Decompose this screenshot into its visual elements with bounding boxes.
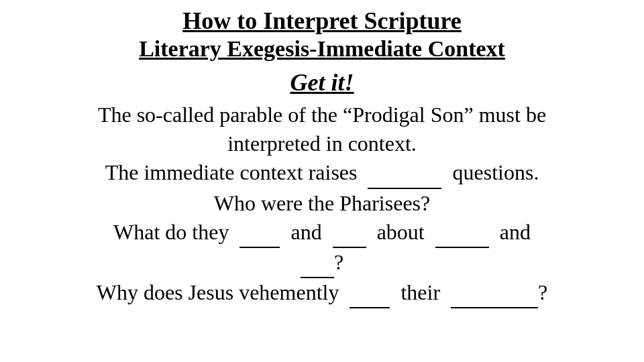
blank-they [239, 218, 280, 248]
line7: Why does Jesus vehemently their ? [27, 278, 617, 308]
line5: What do they and about and [27, 218, 617, 248]
line5-and2: and [500, 220, 531, 244]
line5-about: about [377, 220, 425, 244]
blank-and1 [333, 218, 366, 248]
line6-question: ? [334, 250, 343, 274]
line7-their: their [400, 280, 440, 304]
line3-text1: The immediate context raises [105, 160, 358, 184]
line3-text2: questions. [452, 160, 539, 184]
blank-their [451, 278, 538, 308]
line6: ? [27, 248, 617, 278]
page-container: How to Interpret Scripture Literary Exeg… [0, 0, 644, 362]
blank-about [435, 218, 489, 248]
blank-questions [368, 158, 441, 188]
line4: Who were the Pharisees? [27, 189, 617, 218]
content-block: The so-called parable of the “Prodigal S… [27, 101, 617, 308]
line2: interpreted in context. [27, 129, 617, 158]
blank-vehemently [350, 278, 390, 308]
line3: The immediate context raises questions. [27, 158, 617, 188]
line7-text1: Why does Jesus vehemently [97, 280, 339, 304]
line7-end: ? [538, 280, 547, 304]
title-block: How to Interpret Scripture Literary Exeg… [139, 7, 505, 63]
title-line1: How to Interpret Scripture [139, 7, 505, 36]
title-line2: Literary Exegesis-Immediate Context [139, 36, 505, 63]
line5-and1: and [290, 220, 321, 244]
get-it-heading: Get it! [290, 68, 354, 97]
line5-text1: What do they [113, 220, 229, 244]
blank-last [301, 248, 334, 278]
line1: The so-called parable of the “Prodigal S… [27, 101, 617, 129]
